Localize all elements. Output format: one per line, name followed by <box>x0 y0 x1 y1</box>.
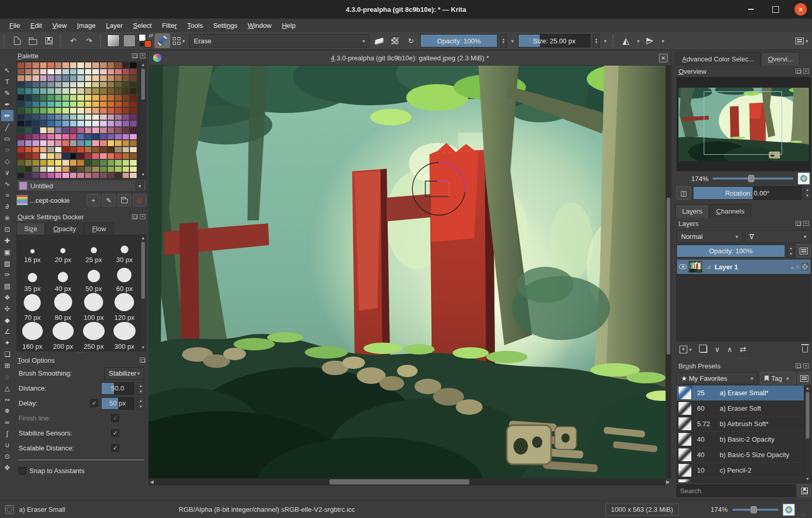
menu-settings[interactable]: Settings <box>208 20 242 31</box>
palette-swatch[interactable] <box>47 172 55 179</box>
eraser-mode-button[interactable] <box>372 34 386 47</box>
close-docker-icon[interactable]: ✕ <box>803 221 809 226</box>
overview-docker-header[interactable]: Overview ✕ <box>675 66 812 77</box>
palette-swatch[interactable] <box>122 134 130 140</box>
palette-swatch[interactable] <box>55 172 62 179</box>
palette-swatch[interactable] <box>32 120 40 127</box>
palette-swatch[interactable] <box>47 69 55 75</box>
palette-swatch[interactable] <box>100 101 107 108</box>
palette-swatch[interactable] <box>62 88 70 94</box>
palette-swatch[interactable] <box>70 120 77 127</box>
palette-swatch[interactable] <box>85 147 92 153</box>
brush-preset-row[interactable]: 5.72b) Airbrush Soft* <box>677 416 804 432</box>
tool-similar-select[interactable]: ≃ <box>1 416 13 428</box>
palette-swatch[interactable] <box>129 62 137 69</box>
palette-swatch[interactable] <box>70 153 77 159</box>
palette-swatch[interactable] <box>55 147 62 153</box>
palette-swatch[interactable] <box>55 101 62 108</box>
palette-swatch[interactable] <box>92 120 100 127</box>
menu-view[interactable]: View <box>47 20 72 31</box>
palette-swatch[interactable] <box>122 69 130 75</box>
palette-swatch[interactable] <box>55 107 62 114</box>
swap-colors-icon[interactable]: ⇄ <box>149 33 153 38</box>
fg-bg-color-widget[interactable]: ⇄ <box>139 34 152 47</box>
canvas-vertical-scrollbar[interactable] <box>666 66 671 478</box>
gradient-chooser[interactable] <box>107 34 120 47</box>
palette-swatch[interactable] <box>40 94 47 101</box>
brush-preset-row[interactable]: 25a) Eraser Small* <box>677 385 804 401</box>
palette-swatch[interactable] <box>40 166 47 173</box>
tool-calligraphy[interactable]: ✒ <box>1 99 13 110</box>
palette-swatch[interactable] <box>122 140 130 147</box>
palette-swatch[interactable] <box>32 101 40 108</box>
tool-crop[interactable]: ▣ <box>1 246 13 257</box>
palette-swatch[interactable] <box>32 114 40 121</box>
tool-dynamic-brush[interactable]: ∂ <box>1 201 13 212</box>
palette-swatch[interactable] <box>122 88 130 94</box>
overview-fit-button[interactable] <box>798 172 810 185</box>
float-docker-icon[interactable] <box>132 214 138 219</box>
palette-swatch[interactable] <box>114 127 122 134</box>
palette-swatch[interactable] <box>92 153 100 159</box>
palette-swatch[interactable] <box>85 140 92 147</box>
palette-swatch[interactable] <box>100 140 107 147</box>
tool-transform[interactable]: ⊡ <box>1 223 13 235</box>
palette-swatch[interactable] <box>92 114 100 121</box>
chevron-down-icon[interactable]: ▾ <box>509 38 516 44</box>
brush-size-option[interactable] <box>109 351 140 351</box>
palette-swatch[interactable] <box>122 172 130 179</box>
palette-swatch[interactable] <box>62 166 70 173</box>
palette-swatch[interactable] <box>114 134 122 140</box>
palette-swatch[interactable] <box>17 166 25 173</box>
brush-presets-popup-button[interactable]: ▾ <box>173 34 187 47</box>
current-preset-icon[interactable] <box>5 505 14 514</box>
palette-swatch[interactable] <box>85 166 92 173</box>
palette-swatch[interactable] <box>129 88 137 94</box>
palette-swatch[interactable] <box>114 114 122 121</box>
palette-swatch[interactable] <box>55 127 62 134</box>
palette-swatch[interactable] <box>70 107 77 114</box>
palette-swatch[interactable] <box>85 69 92 75</box>
mirror-canvas-button[interactable]: ◫ <box>676 186 691 200</box>
tool-reference-images[interactable]: ❏ <box>1 348 13 360</box>
palette-swatch[interactable] <box>77 88 85 94</box>
palette-swatch[interactable] <box>129 153 137 159</box>
tab-flow[interactable]: Flow <box>84 222 113 235</box>
brush-size-option[interactable]: 60 px <box>109 264 140 293</box>
palette-swatch[interactable] <box>77 101 85 108</box>
tool-pan[interactable]: ✥ <box>1 462 13 473</box>
palette-swatch[interactable] <box>62 75 70 82</box>
close-button[interactable]: ✕ <box>794 3 807 15</box>
palette-swatch[interactable] <box>92 94 100 101</box>
tool-smart-patch[interactable]: ❖ <box>1 292 13 303</box>
palette-swatch[interactable] <box>107 107 115 114</box>
palette-swatch[interactable] <box>17 127 25 134</box>
palette-file-icon[interactable] <box>16 195 28 205</box>
palette-swatch[interactable] <box>122 166 130 173</box>
palette-swatch[interactable] <box>32 75 40 82</box>
new-document-button[interactable] <box>10 34 24 47</box>
float-docker-icon[interactable] <box>796 221 801 226</box>
menu-filter[interactable]: Filter <box>157 20 182 31</box>
palette-swatch[interactable] <box>100 107 107 114</box>
palette-swatch[interactable] <box>70 82 77 88</box>
brush-size-option[interactable]: 200 px <box>48 322 79 351</box>
palette-swatch[interactable] <box>100 134 107 140</box>
palette-swatch[interactable] <box>85 172 92 179</box>
stabilize-sensors-checkbox[interactable]: ✓ <box>111 429 119 437</box>
palette-swatch[interactable] <box>92 69 100 75</box>
delete-layer-button[interactable] <box>802 346 808 352</box>
palette-swatch[interactable] <box>100 114 107 121</box>
palette-swatch[interactable] <box>55 88 62 94</box>
tool-assistants[interactable]: ✦ <box>1 337 13 348</box>
palette-swatch[interactable] <box>107 101 115 108</box>
tool-edit-shapes[interactable]: ✎ <box>1 87 13 99</box>
palette-swatch[interactable] <box>92 147 100 153</box>
palette-swatch[interactable] <box>122 120 130 127</box>
palette-swatch[interactable] <box>122 62 130 69</box>
palette-swatch[interactable] <box>114 159 122 166</box>
palette-swatch[interactable] <box>17 134 25 140</box>
palette-swatch[interactable] <box>92 140 100 147</box>
tool-bezier-curve[interactable]: ∿ <box>1 178 13 189</box>
size-grid-scrollbar[interactable]: ▲▼ <box>140 235 146 351</box>
